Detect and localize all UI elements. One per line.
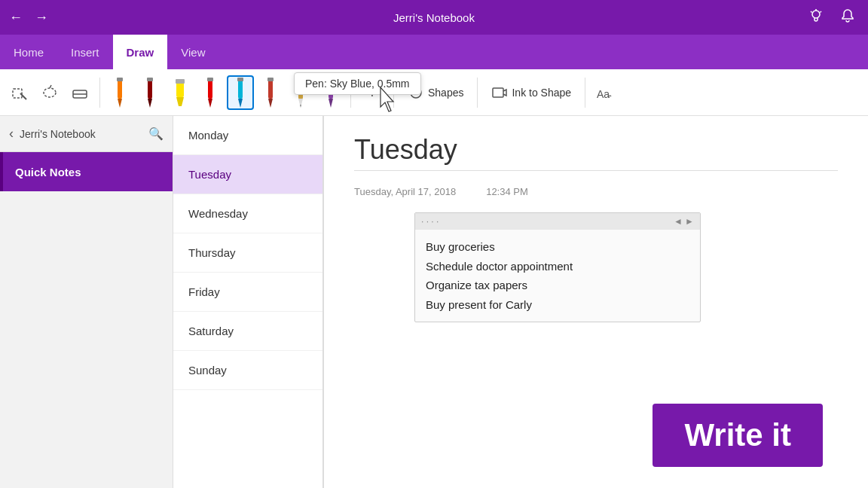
page-area: Tuesday Tuesday, April 17, 2018 12:34 PM…	[324, 116, 868, 488]
tab-insert[interactable]: Insert	[57, 35, 113, 69]
left-panel: ‹ Jerri's Notebook 🔍 Quick Notes Monday …	[0, 116, 324, 488]
svg-point-0	[812, 11, 820, 18]
lasso-select-button[interactable]	[6, 75, 33, 110]
note-item-monday[interactable]: Monday	[173, 116, 322, 155]
note-item-wednesday[interactable]: Wednesday	[173, 194, 322, 233]
note-item-2: Schedule doctor appointment	[426, 257, 689, 276]
note-item-3: Organize tax papers	[426, 276, 689, 295]
svg-line-3	[821, 11, 822, 13]
bell-icon[interactable]	[839, 8, 856, 28]
note-item-1: Buy groceries	[426, 237, 689, 257]
separator-1	[99, 78, 100, 108]
svg-marker-31	[301, 105, 301, 108]
svg-line-2	[811, 11, 812, 13]
quick-notes-label: Quick Notes	[15, 166, 81, 178]
note-box-content: Buy groceries Schedule doctor appointmen…	[415, 230, 700, 322]
ribbon: Home Insert Draw View	[0, 35, 868, 69]
pen-skyblue[interactable]	[227, 75, 254, 110]
toolbar: + Shapes Ink to Shape Aa Pen: Sky Blue, …	[0, 69, 868, 116]
svg-marker-14	[148, 99, 152, 108]
svg-marker-17	[176, 97, 184, 106]
note-item-friday[interactable]: Friday	[173, 273, 322, 312]
ink-to-text-button[interactable]: Aa	[591, 80, 617, 105]
svg-marker-23	[238, 99, 243, 108]
svg-marker-30	[298, 99, 303, 108]
svg-rect-27	[267, 78, 274, 81]
page-date: Tuesday, April 17, 2018	[354, 186, 456, 197]
svg-marker-20	[208, 99, 212, 108]
note-box-handle[interactable]: · · · · ◄ ►	[415, 213, 700, 230]
note-item-thursday[interactable]: Thursday	[173, 233, 322, 273]
svg-rect-38	[493, 88, 503, 97]
ink-to-shape-label: Ink to Shape	[512, 87, 571, 99]
sidebar-header: ‹ Jerri's Notebook 🔍	[0, 116, 173, 152]
note-item-sunday[interactable]: Sunday	[173, 351, 322, 390]
note-item-saturday[interactable]: Saturday	[173, 312, 322, 351]
svg-rect-21	[207, 78, 213, 81]
eraser-button[interactable]	[66, 75, 93, 110]
page-meta: Tuesday, April 17, 2018 12:34 PM	[354, 186, 838, 197]
separator-5	[585, 78, 585, 108]
note-drag-dots: · · · ·	[421, 216, 439, 227]
note-item-4: Buy present for Carly	[426, 295, 689, 315]
svg-rect-24	[237, 78, 243, 81]
quick-notes-section[interactable]: Quick Notes	[0, 152, 173, 191]
page-title: Tuesday	[354, 134, 838, 166]
tab-view[interactable]: View	[167, 35, 219, 69]
pen-orange[interactable]	[106, 75, 133, 110]
notes-list: Monday Tuesday Wednesday Thursday Friday…	[173, 116, 323, 488]
pen-darkred[interactable]	[136, 75, 164, 110]
sidebar-back-button[interactable]: ‹	[9, 126, 14, 142]
svg-marker-34	[329, 99, 333, 108]
sidebar: ‹ Jerri's Notebook 🔍 Quick Notes	[0, 116, 173, 488]
page-time: 12:34 PM	[486, 186, 528, 197]
top-nav-buttons: ← →	[9, 10, 48, 26]
nav-forward-button[interactable]: →	[35, 10, 48, 26]
tab-home[interactable]: Home	[0, 35, 57, 69]
svg-rect-18	[176, 79, 185, 84]
separator-4	[477, 78, 478, 108]
pen-yellow-highlighter[interactable]	[167, 75, 194, 110]
write-it-banner: Write it	[653, 404, 823, 467]
lightbulb-icon[interactable]	[808, 8, 824, 28]
svg-rect-10	[118, 78, 122, 99]
sidebar-notebook-name: Jerri's Notebook	[20, 128, 142, 140]
svg-rect-12	[117, 78, 123, 81]
svg-rect-8	[73, 90, 87, 98]
svg-rect-15	[147, 78, 153, 81]
svg-line-7	[50, 85, 51, 88]
svg-text:Aa: Aa	[597, 88, 610, 100]
page-divider	[354, 170, 838, 171]
tab-draw[interactable]: Draw	[113, 35, 168, 69]
note-box[interactable]: · · · · ◄ ► Buy groceries Schedule docto…	[414, 212, 701, 322]
svg-rect-4	[13, 89, 22, 98]
note-box-arrows: ◄ ►	[674, 216, 694, 227]
svg-rect-16	[176, 79, 184, 97]
notebook-title: Jerri's Notebook	[393, 11, 475, 24]
top-bar: ← → Jerri's Notebook	[0, 0, 868, 35]
svg-point-6	[44, 88, 56, 97]
svg-rect-22	[238, 78, 243, 99]
svg-line-5	[20, 93, 26, 99]
svg-rect-19	[208, 78, 212, 99]
ink-to-shape-button[interactable]: Ink to Shape	[484, 81, 579, 104]
svg-marker-26	[268, 99, 273, 108]
shapes-label: Shapes	[428, 87, 463, 99]
nav-back-button[interactable]: ←	[9, 10, 23, 26]
svg-marker-11	[118, 99, 122, 108]
search-icon[interactable]: 🔍	[148, 127, 164, 141]
svg-rect-13	[148, 78, 152, 99]
pen-maroon[interactable]	[257, 75, 284, 110]
main-content: ‹ Jerri's Notebook 🔍 Quick Notes Monday …	[0, 116, 868, 488]
svg-rect-25	[268, 78, 273, 99]
lasso-tool-button[interactable]	[36, 75, 63, 110]
pen-tooltip: Pen: Sky Blue, 0.5mm	[294, 72, 421, 95]
pen-red[interactable]	[197, 75, 224, 110]
top-bar-icons	[808, 8, 856, 28]
note-item-tuesday[interactable]: Tuesday	[173, 155, 322, 194]
